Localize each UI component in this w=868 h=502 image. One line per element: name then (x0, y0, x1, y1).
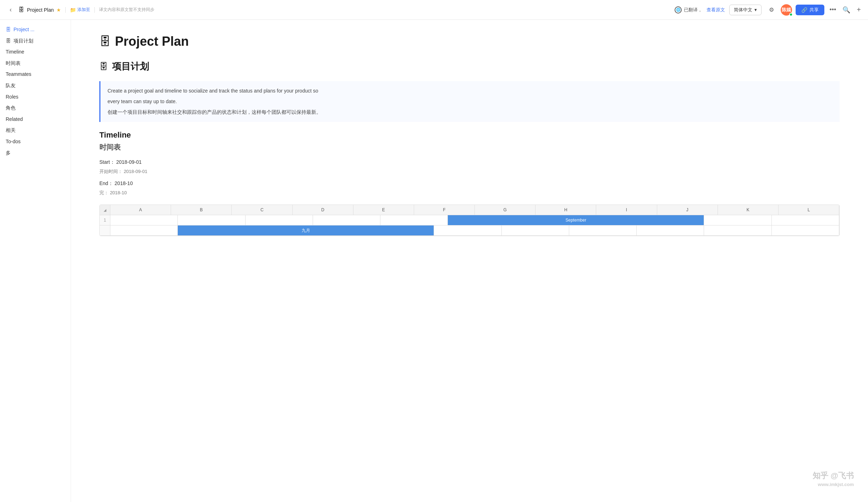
start-label-en: Start： (99, 159, 115, 165)
cell-2g[interactable] (434, 225, 501, 235)
share-button[interactable]: 🔗 共享 (796, 5, 824, 15)
cell-1c[interactable] (246, 215, 313, 225)
blockquote-line1: Create a project goal and timeline to so… (108, 87, 833, 95)
end-field-cn: 完： 2018-10 (99, 190, 840, 196)
start-field-en: Start： 2018-09-01 (99, 159, 840, 166)
cell-1f-september[interactable]: September (448, 215, 704, 225)
col-header-e[interactable]: E (353, 205, 414, 215)
end-field-en: End： 2018-10 (99, 180, 840, 187)
sidebar-item-related-en-label: Related (6, 116, 23, 123)
september-cn-label: 九月 (302, 228, 310, 234)
sidebar-item-project-en-label: Project ... (13, 26, 34, 33)
header-right: 陈嫣 🔗 共享 ••• 🔍 + (781, 4, 862, 16)
sidebar-item-teammates-cn[interactable]: 队友 (0, 80, 71, 91)
globe-icon: 🌐 (675, 6, 682, 13)
sidebar-item-roles-cn[interactable]: 角色 (0, 102, 71, 114)
cell-2j[interactable] (637, 225, 704, 235)
cell-2k[interactable] (704, 225, 771, 235)
col-header-i[interactable]: I (596, 205, 657, 215)
sidebar-item-project-cn-icon: 🗄 (6, 38, 11, 45)
settings-button[interactable]: ⚙ (766, 4, 777, 16)
cell-2l[interactable] (772, 225, 839, 235)
row-num-2 (100, 225, 110, 235)
language-selector[interactable]: 简体中文 ▾ (729, 5, 762, 15)
cell-1k[interactable] (704, 215, 771, 225)
col-header-j[interactable]: J (657, 205, 718, 215)
sidebar-item-related-cn[interactable]: 相关 (0, 125, 71, 136)
table-row-2: 九月 (100, 225, 839, 236)
blockquote-line2: every team can stay up to date. (108, 97, 833, 106)
content-area: 🗄 Project Plan 🗄 项目计划 Create a project g… (71, 20, 868, 502)
september-label: September (566, 218, 587, 223)
page-title-icon: 🗄 (99, 35, 111, 48)
sidebar-item-related-en[interactable]: Related (0, 114, 71, 125)
sidebar-item-teammates-en-label: Teammates (6, 71, 31, 78)
start-value-cn: 2018-09-01 (124, 169, 148, 174)
cell-2a[interactable] (110, 225, 178, 235)
cell-1d[interactable] (313, 215, 380, 225)
sidebar-item-todos-cn-label: 多 (6, 150, 11, 157)
col-header-d[interactable]: D (293, 205, 353, 215)
cell-2i[interactable] (569, 225, 637, 235)
chevron-down-icon: ▾ (754, 7, 757, 12)
cell-1e[interactable] (380, 215, 448, 225)
search-button[interactable]: 🔍 (841, 5, 852, 15)
section-title-container: 🗄 项目计划 (99, 60, 840, 73)
avatar: 陈嫣 (781, 4, 792, 16)
translated-label: 已翻译， (684, 7, 702, 13)
col-header-f[interactable]: F (414, 205, 475, 215)
settings-icon: ⚙ (769, 6, 774, 13)
sidebar-item-timeline-cn-label: 时间表 (6, 60, 21, 67)
start-value-en: 2018-09-01 (116, 159, 142, 165)
divider-1 (65, 7, 66, 13)
col-header-c[interactable]: C (232, 205, 292, 215)
doc-icon: 🗄 (18, 7, 24, 13)
col-header-h[interactable]: H (535, 205, 596, 215)
main-layout: 🗄 Project ... 🗄 项目计划 Timeline 时间表 Teamma… (0, 20, 868, 502)
add-page-button[interactable]: + (855, 4, 862, 15)
table-header-row: ◢ A B C D E F G H I J K L (100, 205, 839, 215)
sidebar-item-todos-cn[interactable]: 多 (0, 147, 71, 159)
sidebar-item-project-cn[interactable]: 🗄 项目计划 (0, 35, 71, 47)
timeline-heading-cn: 时间表 (99, 143, 840, 152)
col-header-l[interactable]: L (779, 205, 839, 215)
sidebar-item-timeline-cn[interactable]: 时间表 (0, 58, 71, 69)
page-title: Project Plan (115, 34, 189, 49)
corner-arrow-icon: ◢ (104, 208, 106, 212)
col-header-k[interactable]: K (718, 205, 779, 215)
end-value-cn: 2018-10 (110, 190, 127, 195)
share-icon: 🔗 (801, 7, 807, 13)
section-title: 项目计划 (112, 60, 149, 73)
col-header-b[interactable]: B (171, 205, 232, 215)
timeline-heading-en: Timeline (99, 130, 840, 140)
cell-2h[interactable] (502, 225, 569, 235)
cell-1b[interactable] (178, 215, 245, 225)
sidebar-item-project-en[interactable]: 🗄 Project ... (0, 24, 71, 35)
intro-blockquote: Create a project goal and timeline to so… (99, 81, 840, 122)
col-header-a[interactable]: A (110, 205, 171, 215)
view-original-link[interactable]: 查看原文 (707, 7, 725, 13)
sidebar-item-teammates-en[interactable]: Teammates (0, 69, 71, 80)
star-icon[interactable]: ★ (56, 7, 61, 13)
back-button[interactable]: ‹ (6, 5, 16, 15)
cell-2b-cn[interactable]: 九月 (178, 225, 434, 235)
sidebar-item-todos-en[interactable]: To-dos (0, 136, 71, 147)
sync-note: 译文内容和原文暂不支持同步 (99, 7, 154, 13)
add-to-button[interactable]: 📁 添加至 (70, 7, 90, 13)
sidebar-item-roles-en[interactable]: Roles (0, 91, 71, 103)
col-header-g[interactable]: G (475, 205, 535, 215)
avatar-online-badge (789, 13, 793, 16)
add-to-label: 添加至 (77, 7, 90, 13)
header: ‹ 🗄 Project Plan ★ 📁 添加至 译文内容和原文暂不支持同步 🌐… (0, 0, 868, 20)
end-label-en: End： (99, 180, 113, 186)
section-title-icon: 🗄 (99, 62, 108, 72)
row-num-1: 1 (100, 215, 110, 225)
translated-badge: 🌐 已翻译， (675, 6, 702, 13)
divider-2 (94, 7, 95, 13)
sidebar-item-timeline-en[interactable]: Timeline (0, 46, 71, 58)
cell-1a[interactable] (110, 215, 178, 225)
more-button[interactable]: ••• (828, 5, 837, 15)
table-row-1: 1 September (100, 215, 839, 225)
cell-1l[interactable] (772, 215, 839, 225)
page-title-container: 🗄 Project Plan (99, 34, 840, 49)
